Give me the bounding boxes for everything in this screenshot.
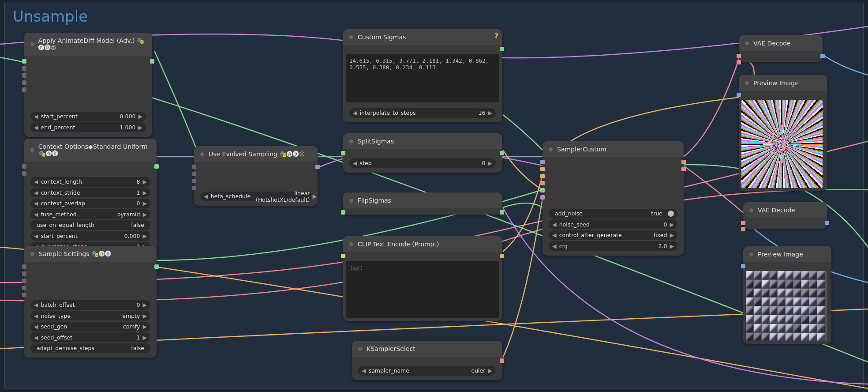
node-header[interactable]: SamplerCustom: [542, 141, 684, 157]
node-custom-sigmas[interactable]: Custom Sigmas ? 14.615, 6.315, 3.771, 2.…: [343, 29, 502, 122]
input-slot[interactable]: [22, 66, 26, 71]
chevron-right-icon[interactable]: ▶: [670, 232, 674, 238]
node-header[interactable]: Preview Image: [743, 246, 831, 262]
input-slot[interactable]: [192, 186, 196, 190]
input-slot[interactable]: [737, 60, 741, 64]
input-slot[interactable]: [192, 179, 196, 183]
output-slot[interactable]: [500, 151, 504, 155]
widget-start-percent[interactable]: ◀start_percent0.000▶: [30, 231, 150, 241]
input-slot[interactable]: [22, 286, 26, 290]
node-header[interactable]: Context Options◆Standard Uniform 🎭🅐🅓: [24, 139, 157, 162]
node-split-sigmas[interactable]: SplitSigmas ◀step0▶: [343, 133, 502, 173]
input-slot[interactable]: [22, 73, 26, 78]
chevron-right-icon[interactable]: ▶: [138, 124, 142, 131]
chevron-left-icon[interactable]: ◀: [34, 233, 38, 239]
chevron-right-icon[interactable]: ▶: [138, 113, 142, 120]
collapse-dot-icon[interactable]: [349, 199, 353, 203]
widget-add-noise[interactable]: add_noisetrue: [549, 209, 677, 219]
output-slot[interactable]: [154, 164, 159, 169]
chevron-right-icon[interactable]: ▶: [488, 367, 492, 374]
node-vae-decode-2[interactable]: VAE Decode: [743, 202, 827, 229]
chevron-right-icon[interactable]: ▶: [142, 211, 147, 218]
chevron-left-icon[interactable]: ◀: [34, 178, 38, 185]
input-slot[interactable]: [741, 227, 745, 231]
widget-seed-offset[interactable]: ◀seed_offset1▶: [30, 332, 150, 342]
widget-use-on-equal-length[interactable]: use_on_equal_lengthfalse: [30, 220, 150, 230]
widget-context-stride[interactable]: ◀context_stride1▶: [30, 188, 150, 197]
widget-batch-offset[interactable]: ◀batch_offset0▶: [30, 300, 150, 310]
widget-context-overlap[interactable]: ◀context_overlap0▶: [30, 199, 150, 208]
widget-start-percent[interactable]: ◀start_percent0.000▶: [30, 112, 146, 121]
widget-sampler-name[interactable]: ◀sampler_nameeuler▶: [358, 366, 496, 376]
node-apply-animatediff[interactable]: Apply AnimateDiff Model (Adv.) 🎭🅐🅓② ◀sta…: [24, 33, 152, 137]
node-context-options[interactable]: Context Options◆Standard Uniform 🎭🅐🅓 ◀co…: [24, 139, 157, 256]
chevron-left-icon[interactable]: ◀: [353, 160, 357, 166]
widget-noise-seed[interactable]: ◀noise_seed0▶: [549, 219, 677, 229]
widget-beta-schedule[interactable]: ◀beta_schedulelinear (HotshotXL/default)…: [200, 192, 311, 201]
chevron-right-icon[interactable]: ▶: [142, 200, 147, 207]
input-slot[interactable]: [737, 54, 741, 58]
node-header[interactable]: VAE Decode: [739, 35, 823, 51]
node-header[interactable]: Sample Settings 🎭🅐🅓: [24, 246, 157, 262]
chevron-right-icon[interactable]: ▶: [142, 178, 147, 185]
input-slot[interactable]: [22, 87, 26, 92]
chevron-left-icon[interactable]: ◀: [552, 232, 557, 238]
collapse-dot-icon[interactable]: [749, 208, 753, 212]
node-preview-image-1[interactable]: Preview Image: [739, 75, 827, 191]
node-header[interactable]: CLIP Text Encode (Prompt): [343, 236, 502, 252]
collapse-dot-icon[interactable]: [200, 152, 204, 156]
collapse-dot-icon[interactable]: [549, 147, 553, 151]
chevron-left-icon[interactable]: ◀: [34, 334, 38, 341]
widget-noise-type[interactable]: ◀noise_typeempty▶: [30, 311, 150, 320]
chevron-left-icon[interactable]: ◀: [34, 124, 38, 131]
input-slot[interactable]: [22, 293, 26, 297]
collapse-dot-icon[interactable]: [349, 35, 353, 39]
widget-end-percent[interactable]: ◀end_percent1.000▶: [30, 122, 146, 132]
input-slot[interactable]: [741, 264, 745, 268]
widget-control-after-generate[interactable]: ◀control_after_generatefixed▶: [549, 230, 677, 240]
collapse-dot-icon[interactable]: [30, 42, 34, 46]
sigmas-textarea[interactable]: 14.615, 6.315, 3.771, 2.181, 1.342, 0.86…: [346, 54, 499, 102]
input-slot[interactable]: [341, 210, 345, 215]
chevron-left-icon[interactable]: ◀: [552, 243, 557, 249]
chevron-right-icon[interactable]: ▶: [670, 221, 674, 228]
widget-seed-gen[interactable]: ◀seed_gencomfy▶: [30, 322, 150, 332]
chevron-right-icon[interactable]: ▶: [670, 243, 674, 249]
node-graph-canvas[interactable]: Unsample Apply AnimateDiff Model (Adv.) …: [0, 0, 868, 392]
input-slot[interactable]: [540, 174, 545, 178]
input-slot[interactable]: [22, 271, 26, 276]
node-vae-decode-1[interactable]: VAE Decode: [739, 35, 823, 62]
output-slot[interactable]: [825, 221, 829, 225]
collapse-dot-icon[interactable]: [745, 81, 749, 85]
input-slot[interactable]: [22, 164, 26, 169]
input-slot[interactable]: [741, 221, 745, 225]
chevron-left-icon[interactable]: ◀: [34, 113, 38, 120]
output-slot[interactable]: [500, 254, 504, 258]
chevron-left-icon[interactable]: ◀: [34, 313, 38, 319]
collapse-dot-icon[interactable]: [349, 242, 353, 246]
widget-step[interactable]: ◀step0▶: [349, 158, 496, 168]
output-slot[interactable]: [681, 160, 686, 164]
chevron-right-icon[interactable]: ▶: [488, 160, 492, 166]
input-slot[interactable]: [341, 151, 345, 155]
node-header[interactable]: Custom Sigmas ?: [343, 29, 502, 45]
chevron-left-icon[interactable]: ◀: [353, 109, 357, 116]
chevron-left-icon[interactable]: ◀: [34, 189, 38, 196]
chevron-right-icon[interactable]: ▶: [488, 109, 492, 116]
input-slot[interactable]: [192, 172, 196, 176]
node-flip-sigmas[interactable]: FlipSigmas: [343, 192, 502, 215]
output-slot[interactable]: [820, 54, 825, 58]
node-header[interactable]: Preview Image: [739, 75, 827, 91]
input-slot[interactable]: [540, 181, 545, 185]
input-slot[interactable]: [540, 167, 545, 171]
collapse-dot-icon[interactable]: [745, 41, 749, 45]
collapse-dot-icon[interactable]: [749, 253, 753, 256]
collapse-dot-icon[interactable]: [30, 148, 34, 152]
collapse-dot-icon[interactable]: [358, 347, 362, 351]
widget-fuse-method[interactable]: ◀fuse_methodpyramid▶: [30, 209, 150, 219]
input-slot[interactable]: [540, 188, 545, 192]
chevron-right-icon[interactable]: ▶: [142, 334, 147, 341]
input-slot[interactable]: [540, 160, 545, 164]
chevron-right-icon[interactable]: ▶: [142, 233, 147, 239]
chevron-right-icon[interactable]: ▶: [142, 302, 147, 308]
